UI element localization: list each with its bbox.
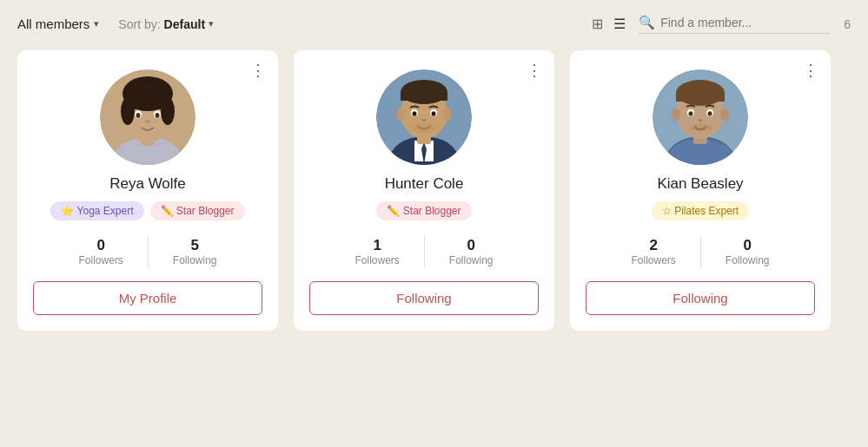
search-input[interactable] — [660, 16, 825, 30]
view-toggle: ⊞ ☰ — [589, 13, 628, 35]
svg-point-21 — [396, 108, 405, 121]
sort-button[interactable]: Sort by: Default ▾ — [109, 17, 214, 31]
svg-point-39 — [689, 111, 693, 116]
member-name-kian: Kian Beasley — [657, 175, 743, 193]
following-label-reya: Following — [173, 254, 217, 266]
svg-point-40 — [708, 111, 712, 116]
card-menu-button-hunter[interactable]: ⋮ — [527, 62, 542, 78]
search-area: 🔍 — [639, 15, 830, 34]
member-card-hunter: ⋮ — [294, 50, 554, 331]
following-button-hunter[interactable]: Following — [309, 281, 539, 315]
badge-yoga-expert: ⭐ Yoga Expert — [50, 201, 143, 220]
badge-star-blogger-hunter: ✏️ Star Blogger — [376, 201, 471, 220]
following-count-hunter: 0 — [467, 237, 474, 254]
followers-stat-hunter: 1 Followers — [330, 237, 423, 266]
following-label-hunter: Following — [449, 254, 494, 266]
member-name-hunter: Hunter Cole — [385, 175, 464, 193]
badge-star-blogger-reya: ✏️ Star Blogger — [150, 201, 245, 220]
sort-value-label: Default — [164, 17, 205, 31]
following-label-kian: Following — [726, 254, 770, 266]
following-button-kian[interactable]: Following — [586, 281, 815, 315]
followers-label-hunter: Followers — [354, 254, 399, 266]
card-menu-button-reya[interactable]: ⋮ — [250, 62, 266, 78]
all-members-button[interactable]: All members ▾ — [17, 16, 99, 31]
member-card-kian: ⋮ — [570, 50, 831, 331]
svg-rect-20 — [401, 92, 447, 101]
svg-point-26 — [432, 111, 436, 116]
svg-point-11 — [156, 113, 160, 118]
svg-point-6 — [121, 97, 135, 125]
svg-point-10 — [136, 113, 141, 118]
sort-chevron-icon: ▾ — [209, 18, 214, 30]
badges-hunter: ✏️ Star Blogger — [376, 201, 471, 220]
following-count-reya: 5 — [190, 237, 198, 254]
svg-point-25 — [413, 111, 417, 116]
avatar-hunter — [376, 69, 472, 165]
following-count-kian: 0 — [743, 237, 751, 254]
all-members-label: All members — [17, 16, 89, 31]
search-icon: 🔍 — [639, 15, 655, 30]
svg-point-27 — [412, 123, 436, 134]
svg-point-35 — [672, 108, 680, 121]
badges-reya: ⭐ Yoga Expert ✏️ Star Blogger — [50, 201, 244, 220]
following-stat-kian: 0 Following — [701, 237, 794, 266]
followers-count-reya: 0 — [96, 237, 104, 254]
card-menu-button-kian[interactable]: ⋮ — [803, 62, 818, 78]
list-view-button[interactable]: ☰ — [611, 13, 628, 35]
svg-point-12 — [145, 120, 150, 123]
followers-count-hunter: 1 — [373, 237, 381, 254]
following-stat-reya: 5 Following — [149, 237, 242, 266]
svg-point-41 — [689, 123, 712, 132]
toolbar: All members ▾ Sort by: Default ▾ ⊞ ☰ 🔍 6 — [17, 13, 851, 35]
badge-pilates-expert: ☆ Pilates Expert — [652, 201, 749, 220]
badges-kian: ☆ Pilates Expert — [652, 201, 749, 220]
svg-rect-34 — [676, 93, 725, 102]
avatar-reya — [100, 69, 195, 165]
followers-stat-kian: 2 Followers — [606, 237, 699, 266]
following-stat-hunter: 0 Following — [425, 237, 518, 266]
stats-hunter: 1 Followers 0 Following — [309, 236, 539, 267]
followers-label-reya: Followers — [78, 254, 123, 266]
svg-point-22 — [443, 108, 452, 121]
stats-kian: 2 Followers 0 Following — [586, 236, 815, 267]
followers-label-kian: Followers — [631, 254, 675, 266]
svg-point-7 — [161, 97, 175, 125]
member-card-reya: ⋮ — [17, 50, 278, 331]
stats-reya: 0 Followers 5 Following — [33, 236, 262, 267]
grid-icon: ⊞ — [592, 16, 603, 31]
members-grid: ⋮ — [17, 50, 851, 331]
followers-stat-reya: 0 Followers — [54, 237, 147, 266]
my-profile-button[interactable]: My Profile — [33, 281, 262, 315]
svg-point-36 — [720, 108, 729, 121]
list-icon: ☰ — [613, 16, 626, 31]
avatar-kian — [653, 69, 748, 165]
followers-count-kian: 2 — [649, 237, 657, 254]
member-name-reya: Reya Wolfe — [109, 175, 186, 193]
chevron-down-icon: ▾ — [94, 18, 99, 30]
grid-view-button[interactable]: ⊞ — [589, 13, 606, 35]
sort-prefix-label: Sort by: — [118, 17, 160, 31]
member-count: 6 — [844, 17, 851, 31]
